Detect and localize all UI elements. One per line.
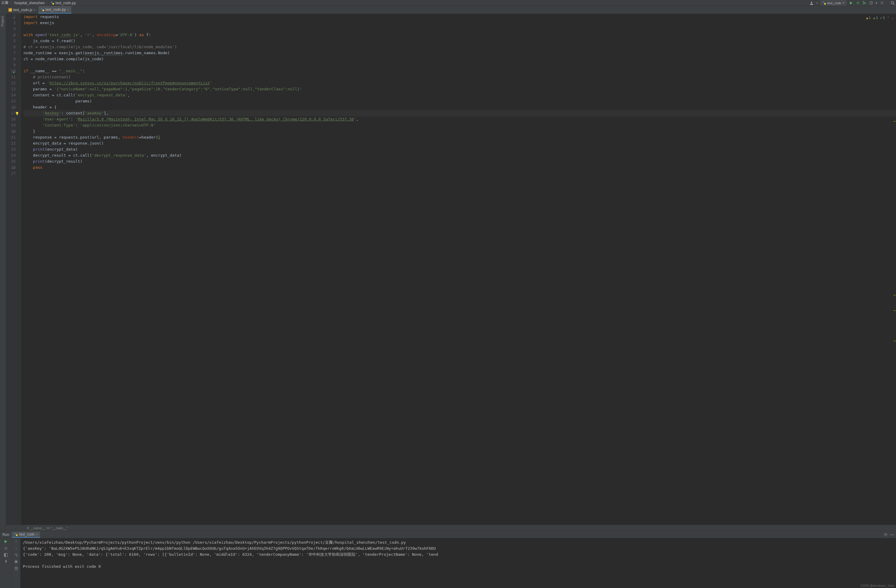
typo-icon: ✔ bbox=[880, 15, 882, 21]
close-tab-icon[interactable]: × bbox=[36, 533, 38, 536]
editor-breadcrumb[interactable]: if __name__ == "__main__" bbox=[6, 525, 896, 531]
close-tab-icon[interactable]: × bbox=[67, 8, 69, 11]
svg-rect-4 bbox=[824, 3, 826, 5]
chevron-up-icon[interactable]: ⌃ bbox=[887, 15, 889, 21]
weak-warning-icon: ▲ bbox=[873, 15, 875, 21]
editor-tab-py[interactable]: test_csdn.py × bbox=[38, 6, 72, 14]
svg-rect-1 bbox=[52, 3, 54, 5]
up-icon[interactable]: ↑ bbox=[14, 539, 18, 544]
svg-line-24 bbox=[884, 533, 885, 533]
breadcrumb-separator: 〉 bbox=[10, 0, 13, 5]
stop-button[interactable] bbox=[880, 1, 884, 5]
svg-rect-30 bbox=[4, 553, 6, 557]
tab-label: test_csdn.js bbox=[13, 8, 32, 12]
run-configuration-selector[interactable]: test_csdn ▾ bbox=[820, 0, 847, 5]
svg-rect-0 bbox=[51, 2, 52, 3]
breadcrumbs[interactable]: 豆瓣 〉 hospital_shenzhen 〉 test_csdn.py bbox=[1, 0, 76, 5]
run-tool-window: Run: test_csdn × — ↑ ↓ /Us bbox=[0, 531, 896, 588]
breadcrumb-item[interactable]: hospital_shenzhen bbox=[14, 1, 45, 5]
svg-line-12 bbox=[893, 4, 894, 5]
search-icon[interactable] bbox=[891, 1, 895, 5]
print-icon[interactable] bbox=[14, 559, 18, 564]
code-editor[interactable]: 1⊟234⊟5678910▶⊟111213141516⊟17💡181920⊟21… bbox=[6, 14, 896, 525]
stop-button[interactable] bbox=[4, 546, 8, 550]
editor-tabs: JS test_csdn.js × test_csdn.py × bbox=[0, 6, 896, 14]
svg-rect-15 bbox=[41, 8, 43, 10]
js-file-icon: JS bbox=[8, 8, 12, 12]
svg-rect-10 bbox=[881, 2, 883, 4]
rerun-button[interactable] bbox=[4, 539, 8, 544]
inspections-widget[interactable]: ▲1 ▲3 ✔3 ⌃ ⌄ bbox=[866, 15, 894, 21]
watermark: CSDN @developer_zhao bbox=[861, 584, 894, 587]
svg-line-8 bbox=[859, 2, 859, 3]
down-icon[interactable]: ↓ bbox=[14, 546, 18, 550]
python-file-icon bbox=[41, 8, 44, 11]
settings-icon[interactable] bbox=[883, 533, 888, 537]
close-tab-icon[interactable]: × bbox=[34, 8, 35, 12]
python-file-icon bbox=[51, 1, 54, 5]
editor-content[interactable]: import requestsimport execjs with open('… bbox=[21, 14, 896, 525]
run-panel-title: Run: bbox=[2, 533, 10, 537]
svg-point-5 bbox=[857, 2, 859, 4]
svg-rect-33 bbox=[15, 562, 17, 563]
svg-rect-17 bbox=[14, 533, 16, 534]
svg-point-2 bbox=[811, 2, 812, 3]
tool-window-bar-left[interactable]: Project bbox=[0, 14, 6, 531]
svg-point-19 bbox=[885, 534, 886, 535]
editor-gutter[interactable]: 1⊟234⊟5678910▶⊟111213141516⊟17💡181920⊟21… bbox=[6, 14, 21, 525]
run-tab[interactable]: test_csdn × bbox=[12, 532, 40, 538]
error-stripe[interactable] bbox=[893, 14, 896, 525]
svg-text:JS: JS bbox=[9, 9, 12, 11]
profile-button[interactable] bbox=[869, 1, 873, 5]
svg-rect-16 bbox=[43, 10, 44, 11]
debug-button[interactable] bbox=[856, 1, 860, 5]
svg-point-11 bbox=[891, 2, 894, 4]
svg-rect-28 bbox=[5, 547, 7, 550]
svg-rect-34 bbox=[15, 567, 17, 570]
navigation-bar: 豆瓣 〉 hospital_shenzhen 〉 test_csdn.py ▾ … bbox=[0, 0, 896, 6]
delete-icon[interactable] bbox=[14, 566, 18, 570]
soft-wrap-icon[interactable] bbox=[14, 553, 18, 557]
run-toolbar-primary bbox=[0, 538, 12, 588]
python-file-icon bbox=[14, 533, 18, 536]
console-output[interactable]: /Users/xiafeizhao/Desktop/PycharmProject… bbox=[20, 538, 896, 588]
svg-rect-32 bbox=[15, 560, 17, 561]
breadcrumb-item[interactable]: test_csdn.py bbox=[55, 1, 76, 5]
project-tool-button[interactable]: Project bbox=[0, 14, 5, 29]
pin-icon[interactable] bbox=[4, 559, 8, 564]
run-toolbar-secondary: ↑ ↓ bbox=[12, 538, 20, 588]
hide-icon[interactable]: — bbox=[890, 533, 894, 537]
user-icon[interactable] bbox=[809, 1, 814, 5]
breadcrumb-item[interactable]: 豆瓣 bbox=[1, 0, 8, 5]
run-coverage-button[interactable] bbox=[862, 1, 867, 5]
tab-label: test_csdn.py bbox=[46, 8, 66, 12]
svg-rect-3 bbox=[823, 2, 824, 3]
svg-rect-18 bbox=[16, 534, 17, 536]
warning-icon: ▲ bbox=[866, 15, 868, 21]
layout-icon[interactable] bbox=[4, 553, 8, 557]
breadcrumb-separator: 〉 bbox=[46, 0, 49, 5]
editor-tab-js[interactable]: JS test_csdn.js × bbox=[6, 6, 38, 14]
svg-line-7 bbox=[856, 2, 857, 3]
svg-line-26 bbox=[886, 533, 887, 533]
run-button[interactable] bbox=[849, 1, 853, 5]
